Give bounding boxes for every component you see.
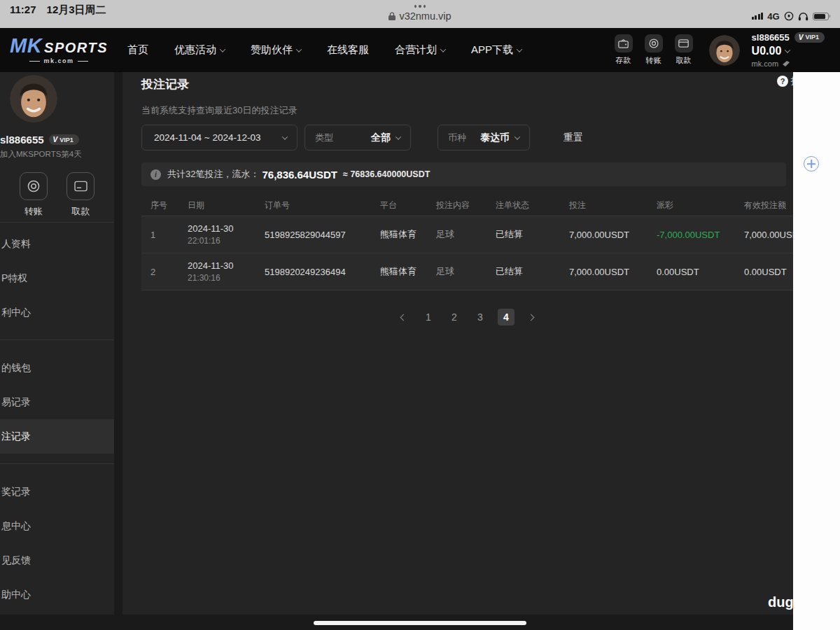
chevron-down-icon <box>296 46 302 52</box>
page-button-2[interactable]: 2 <box>446 309 463 326</box>
bet-records-table: 序号 日期 订单号 平台 投注内容 注单状态 投注 派彩 有效投注额 1 202… <box>141 195 793 290</box>
divider <box>114 72 122 615</box>
logo-sports-text: SPORTS <box>44 41 108 55</box>
mk-sports-logo[interactable]: MK SPORTS mk.com <box>10 36 108 64</box>
nav-menu: 首页 优惠活动 赞助伙伴 在线客服 合营计划 APP下载 <box>127 43 522 57</box>
table-row: 1 2024-11-30 22:01:16 5198925829044597 熊… <box>141 216 793 253</box>
summary-bar: 共计32笔投注，流水： 76,836.64USDT ≈ 76836.640000… <box>141 162 786 186</box>
watermark-text: dug <box>768 594 794 610</box>
logo-mk-text: MK <box>10 36 42 56</box>
nav-item-affiliate[interactable]: 合营计划 <box>395 43 445 57</box>
username: sl886655 <box>0 134 44 146</box>
pagination: 1 2 3 4 <box>141 309 793 326</box>
vip-v-icon: V <box>53 136 58 144</box>
chevron-down-icon <box>440 46 446 52</box>
next-page-button[interactable] <box>524 309 540 326</box>
date-range-picker[interactable]: 2024-11-04 ~ 2024-12-03 <box>141 125 298 150</box>
vip-v-icon: V <box>799 34 804 41</box>
chevron-left-icon <box>400 314 407 321</box>
table-row: 2 2024-11-30 21:30:16 5198920249236494 熊… <box>141 253 793 290</box>
avatar[interactable] <box>10 75 57 122</box>
divider <box>0 340 114 340</box>
chevron-down-icon <box>396 134 401 139</box>
battery-icon <box>813 13 829 20</box>
balance-value: U0.00 <box>752 45 782 57</box>
info-icon <box>150 169 161 180</box>
user-info: sl886655 VVIP1 U0.00 mk.com <box>752 32 825 68</box>
sidebar-item-profile[interactable]: 人资料 <box>0 227 114 261</box>
chevron-right-icon <box>528 314 535 321</box>
page-button-4-active[interactable]: 4 <box>498 309 514 326</box>
sidebar-transfer-button[interactable]: 转账 <box>20 172 48 218</box>
transfer-icon <box>645 34 663 52</box>
nav-item-support[interactable]: 在线客服 <box>327 43 369 57</box>
sidebar-item-wallet[interactable]: 的钱包 <box>0 351 114 385</box>
bottom-bar <box>0 615 840 630</box>
ios-status-bar: 11:27 12月3日周二 v32nmu.vip 4G <box>0 0 840 28</box>
deposit-icon <box>615 34 633 52</box>
sidebar-item-feedback[interactable]: 见反馈 <box>0 543 114 578</box>
table-header: 序号 日期 订单号 平台 投注内容 注单状态 投注 派彩 有效投注额 <box>141 195 793 216</box>
logo-domain: mk.com <box>43 58 74 64</box>
joined-days-text: 加入MKSPORTS第4天 <box>0 149 114 160</box>
sidebar-item-help[interactable]: 助中心 <box>0 578 114 612</box>
site-badge-icon <box>782 60 790 67</box>
sidebar-item-winning-records[interactable]: 奖记录 <box>0 475 114 509</box>
records-hint: 当前系统支持查询最近30日的投注记录 <box>141 104 840 117</box>
sidebar-item-vip[interactable]: P特权 <box>0 261 114 295</box>
reset-button[interactable]: 重置 <box>564 132 583 144</box>
page-edge-whitespace <box>793 72 840 630</box>
nav-item-app-download[interactable]: APP下载 <box>471 43 522 57</box>
transfer-icon <box>20 172 48 200</box>
nav-item-home[interactable]: 首页 <box>127 43 148 57</box>
summary-amount: 76,836.64USDT <box>262 169 337 181</box>
lock-icon <box>388 12 396 20</box>
chevron-down-icon <box>282 134 288 139</box>
question-icon <box>777 76 788 87</box>
page-title: 投注记录 <box>141 76 840 92</box>
safari-url-bar[interactable]: v32nmu.vip <box>0 0 840 22</box>
nav-right: 存款 转账 取款 sl886655 VVIP1 U0.00 <box>615 32 825 68</box>
sidebar-item-bet-records[interactable]: 注记录 <box>0 419 114 454</box>
divider <box>0 463 114 464</box>
page-button-3[interactable]: 3 <box>472 309 489 326</box>
currency-select[interactable]: 币种 泰达币 <box>438 125 530 150</box>
divider <box>0 222 114 223</box>
vip-badge: VVIP1 <box>794 32 825 43</box>
sidebar-item-benefits[interactable]: 利中心 <box>0 295 114 330</box>
nav-item-sponsors[interactable]: 赞助伙伴 <box>251 43 301 57</box>
prev-page-button[interactable] <box>394 309 411 326</box>
nav-item-promotions[interactable]: 优惠活动 <box>174 43 225 57</box>
url-text: v32nmu.vip <box>399 10 451 22</box>
transfer-button[interactable]: 转账 <box>645 34 663 66</box>
username: sl886655 <box>752 33 790 43</box>
page-button-1[interactable]: 1 <box>420 309 437 326</box>
avatar[interactable] <box>709 35 740 66</box>
type-select[interactable]: 类型 全部 <box>304 125 411 150</box>
chevron-down-icon <box>514 134 520 139</box>
sidebar-withdraw-button[interactable]: 取款 <box>66 172 94 218</box>
chevron-down-icon <box>785 47 790 52</box>
balance-dropdown[interactable]: U0.00 <box>752 45 825 57</box>
chevron-down-icon <box>517 46 522 52</box>
bet-records-panel: 投注记录 投 当前系统支持查询最近30日的投注记录 2024-11-04 ~ 2… <box>122 72 840 615</box>
site-label: mk.com <box>752 59 779 68</box>
site-navbar: MK SPORTS mk.com 首页 优惠活动 赞助伙伴 在线客服 合营计划 … <box>0 28 840 72</box>
payout-negative: -7,000.00USDT <box>648 230 735 240</box>
withdraw-icon <box>675 34 693 52</box>
sidebar-item-messages[interactable]: 息中心 <box>0 509 114 543</box>
main-area: sl886655 VVIP1 加入MKSPORTS第4天 转账 取款 人资料 P… <box>0 72 840 615</box>
sidebar-item-transactions[interactable]: 易记录 <box>0 385 114 419</box>
more-options-icon[interactable] <box>414 0 426 8</box>
sidebar-menu: 人资料 P特权 利中心 的钱包 易记录 注记录 奖记录 息中心 见反馈 助中心 <box>0 227 114 612</box>
home-indicator[interactable] <box>314 621 526 625</box>
summary-approx: ≈ 76836.640000USDT <box>343 169 430 179</box>
filter-bar: 2024-11-04 ~ 2024-12-03 类型 全部 币种 泰达币 重置 <box>141 125 840 150</box>
withdraw-icon <box>66 172 94 200</box>
summary-text: 共计32笔投注，流水： <box>167 168 259 181</box>
withdraw-button[interactable]: 取款 <box>675 34 693 66</box>
chevron-down-icon <box>220 46 225 52</box>
plus-circle-icon[interactable] <box>804 156 819 172</box>
deposit-button[interactable]: 存款 <box>615 34 633 66</box>
profile-sidebar: sl886655 VVIP1 加入MKSPORTS第4天 转账 取款 人资料 P… <box>0 72 114 615</box>
